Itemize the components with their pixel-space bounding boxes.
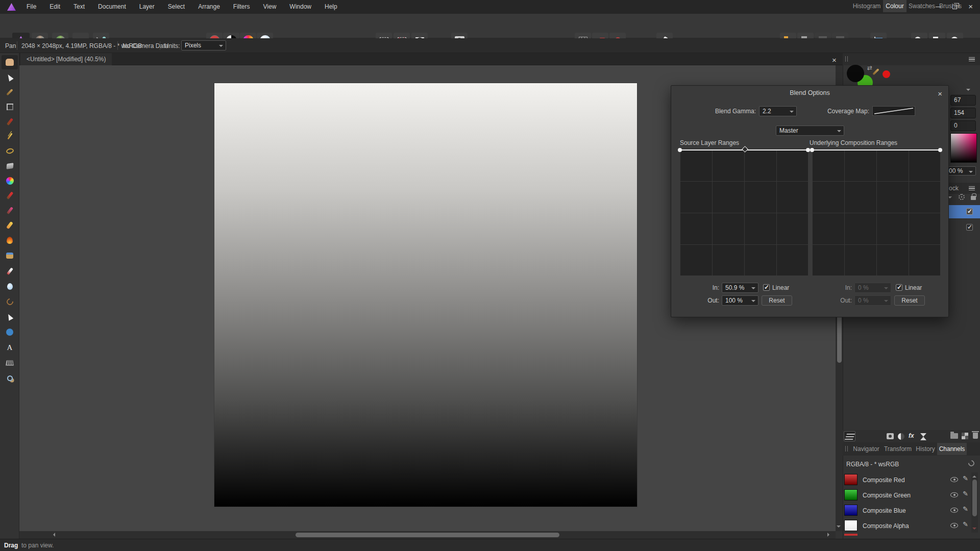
tab-swatches[interactable]: Swatches (906, 0, 937, 12)
panel-drag-handle[interactable] (845, 446, 848, 452)
source-reset-button[interactable]: Reset (762, 295, 792, 306)
menu-arrange[interactable]: Arrange (191, 0, 227, 14)
eye-icon[interactable] (950, 492, 958, 497)
dodge-brush-tool[interactable] (2, 248, 18, 263)
underlying-reset-button[interactable]: Reset (894, 295, 925, 306)
layers-panel-menu-icon[interactable] (969, 186, 975, 190)
edit-pencil-icon[interactable] (963, 490, 968, 497)
scroll-right-icon[interactable] (827, 533, 831, 537)
underlying-node-left[interactable] (810, 148, 814, 152)
edit-pencil-icon[interactable] (963, 520, 968, 528)
blur-tool[interactable] (2, 279, 18, 293)
colour-model-dropdown[interactable] (966, 87, 970, 94)
blend-gamma-dropdown[interactable]: 2.2 (759, 106, 797, 116)
menu-select[interactable]: Select (161, 0, 191, 14)
menu-text[interactable]: Text (67, 0, 91, 14)
colour-square[interactable] (950, 133, 977, 163)
blend-options-gear-icon[interactable] (959, 194, 965, 200)
flood-fill-tool[interactable] (2, 159, 18, 173)
clone-brush-tool[interactable] (2, 294, 18, 309)
scroll-up-icon[interactable] (972, 473, 976, 478)
layer-visibility-checkbox[interactable] (966, 208, 973, 215)
close-document-icon[interactable] (832, 57, 837, 64)
edit-pencil-icon[interactable] (963, 474, 968, 482)
menu-help[interactable]: Help (318, 0, 344, 14)
eye-icon[interactable] (950, 508, 958, 513)
smudge-tool[interactable] (2, 264, 18, 278)
shape-tool[interactable] (2, 325, 18, 339)
underlying-in-dropdown[interactable]: 0 % (854, 283, 891, 293)
eye-icon[interactable] (950, 477, 958, 482)
channels-scrollbar-thumb[interactable] (972, 480, 977, 516)
burn-brush-tool[interactable] (2, 233, 18, 247)
text-tool[interactable] (2, 340, 18, 355)
live-filter-icon[interactable] (920, 433, 926, 437)
underlying-node-right[interactable] (938, 148, 942, 152)
mesh-warp-tool[interactable] (2, 356, 18, 370)
paint-brush-tool[interactable] (2, 188, 18, 203)
erase-tool[interactable] (2, 218, 18, 232)
source-node-right[interactable] (806, 148, 810, 152)
tab-transform[interactable]: Transform (882, 443, 914, 455)
source-range-node[interactable] (742, 146, 748, 153)
source-in-dropdown[interactable]: 50.9 % (722, 283, 758, 293)
menu-layer[interactable]: Layer (133, 0, 161, 14)
menu-filters[interactable]: Filters (227, 0, 257, 14)
group-folder-icon[interactable] (950, 433, 958, 439)
source-out-dropdown[interactable]: 100 % (722, 295, 758, 306)
horizontal-scrollbar-thumb[interactable] (296, 533, 559, 537)
new-pattern-icon[interactable] (962, 433, 968, 439)
zoom-tool[interactable] (2, 371, 18, 385)
units-dropdown[interactable]: Pixels (181, 40, 226, 51)
underlying-out-dropdown[interactable]: 0 % (854, 295, 891, 306)
menu-window[interactable]: Window (283, 0, 318, 14)
adjustment-layer-icon[interactable] (898, 433, 904, 440)
menu-file[interactable]: File (20, 0, 43, 14)
gradient-tool[interactable] (2, 173, 18, 188)
lasso-tool[interactable] (2, 144, 18, 158)
layer-visibility-checkbox[interactable] (966, 224, 973, 231)
recent-colour-swatch[interactable] (883, 70, 890, 78)
source-node-left[interactable] (678, 148, 682, 152)
underlying-ranges-graph[interactable] (812, 149, 940, 276)
view-tool[interactable] (2, 55, 18, 69)
layer-effects-icon[interactable] (909, 432, 914, 439)
panel-menu-icon[interactable] (969, 57, 975, 61)
opacity-dropdown[interactable]: 00 % (945, 166, 976, 176)
tab-colour[interactable]: Colour (883, 0, 906, 12)
layers-stack-button[interactable] (844, 431, 855, 441)
close-window-icon[interactable] (968, 4, 973, 11)
colour-picker-tool[interactable] (2, 85, 18, 99)
tab-channels[interactable]: Channels (937, 443, 967, 455)
move-tool[interactable] (2, 70, 18, 84)
document-tab[interactable]: <Untitled> [Modified] (40.5%) (20, 53, 112, 65)
edit-pencil-icon[interactable] (963, 505, 968, 513)
tab-stock-partial[interactable]: ock (949, 185, 959, 192)
green-value-field[interactable]: 154 (950, 108, 976, 118)
mask-layer-icon[interactable] (887, 433, 894, 439)
horizontal-scrollbar[interactable] (19, 531, 836, 539)
flood-select-tool[interactable] (2, 129, 18, 143)
scroll-down-icon[interactable] (972, 528, 976, 532)
menu-document[interactable]: Document (91, 0, 133, 14)
menu-view[interactable]: View (257, 0, 283, 14)
trash-icon[interactable] (973, 433, 978, 439)
tab-brushes[interactable]: Brushes (937, 0, 964, 12)
lock-icon[interactable] (971, 196, 976, 200)
eye-icon[interactable] (950, 523, 958, 528)
underlying-linear-checkbox[interactable] (896, 284, 902, 291)
scroll-left-icon[interactable] (51, 533, 55, 537)
tab-navigator[interactable]: Navigator (850, 443, 882, 455)
menu-edit[interactable]: Edit (43, 0, 67, 14)
tab-history[interactable]: History (914, 443, 937, 455)
source-ranges-graph[interactable] (680, 149, 808, 276)
swap-colours-icon[interactable] (867, 64, 872, 71)
document-canvas[interactable] (214, 83, 637, 507)
node-tool[interactable] (2, 310, 18, 324)
selection-brush-tool[interactable] (2, 114, 18, 129)
tab-histogram[interactable]: Histogram (850, 0, 883, 12)
source-linear-checkbox[interactable] (763, 284, 770, 291)
panel-drag-handle[interactable] (845, 56, 848, 62)
foreground-colour-swatch[interactable] (847, 65, 864, 82)
layer-select-dropdown[interactable]: Master (776, 126, 844, 136)
